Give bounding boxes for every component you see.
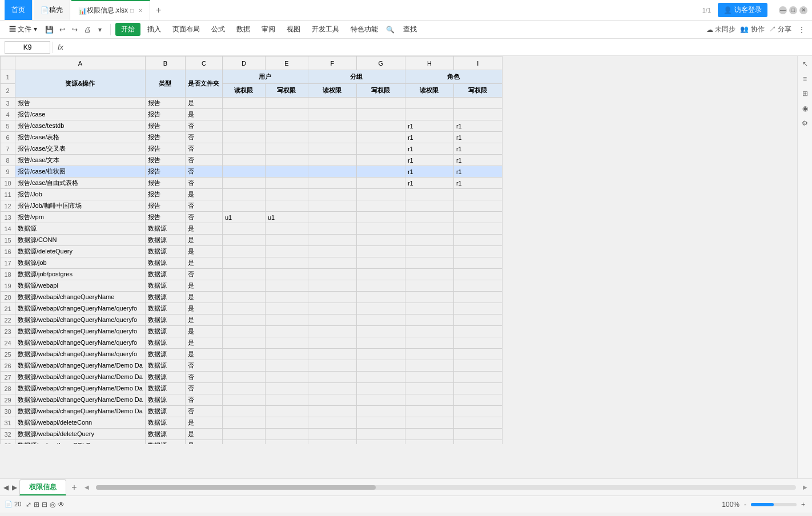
cell-F-22[interactable] <box>308 315 356 326</box>
cell-I-32[interactable] <box>453 429 502 440</box>
cell-H-32[interactable] <box>405 429 453 440</box>
cell-C-5[interactable]: 否 <box>185 120 222 132</box>
more-icon[interactable]: ▾ <box>94 24 106 35</box>
cell-H-7[interactable]: r1 <box>405 143 453 155</box>
cell-B-14[interactable]: 数据源 <box>145 223 185 235</box>
save-icon[interactable]: 💾 <box>44 24 55 35</box>
cell-F-10[interactable] <box>308 178 356 189</box>
cell-B-5[interactable]: 报告 <box>145 120 185 132</box>
cell-E-22[interactable] <box>265 315 308 326</box>
cell-D-31[interactable] <box>222 417 265 429</box>
cell-G-16[interactable] <box>356 246 405 257</box>
add-tab-button[interactable]: + <box>151 5 166 15</box>
cell-C-6[interactable]: 否 <box>185 132 222 143</box>
cell-I-24[interactable] <box>453 337 502 349</box>
cell-D-19[interactable] <box>222 280 265 292</box>
cell-G-28[interactable] <box>356 383 405 394</box>
cell-H-25[interactable] <box>405 349 453 360</box>
cell-I-9[interactable]: r1 <box>453 166 502 178</box>
cell-I-25[interactable] <box>453 349 502 360</box>
cell-C-30[interactable]: 否 <box>185 406 222 417</box>
cell-E-26[interactable] <box>265 360 308 372</box>
cell-B-6[interactable]: 报告 <box>145 132 185 143</box>
cell-I-16[interactable] <box>453 246 502 257</box>
zoom-slider[interactable] <box>751 503 797 506</box>
cell-A-8[interactable]: 报告/case/文本 <box>15 155 146 166</box>
cell-G-17[interactable] <box>356 257 405 269</box>
tab-close-icon[interactable]: ✕ <box>138 7 143 14</box>
cell-D-32[interactable] <box>222 429 265 440</box>
horizontal-scrollbar[interactable] <box>96 485 796 490</box>
review-menu[interactable]: 审阅 <box>257 23 280 36</box>
more-options-icon[interactable]: ⋮ <box>796 24 807 35</box>
cell-A-18[interactable]: 数据源/job/postgres <box>15 269 146 280</box>
cell-I-30[interactable] <box>453 406 502 417</box>
cell-B-9[interactable]: 报告 <box>145 166 185 178</box>
cell-G-27[interactable] <box>356 372 405 383</box>
cell-D-10[interactable] <box>222 178 265 189</box>
cell-B-13[interactable]: 报告 <box>145 212 185 223</box>
cell-A-21[interactable]: 数据源/webapi/changeQueryName/queryfo <box>15 303 146 315</box>
tab-home[interactable]: 首页 <box>5 0 33 20</box>
cell-C-29[interactable]: 否 <box>185 394 222 406</box>
cell-E-25[interactable] <box>265 349 308 360</box>
cell-B-3[interactable]: 报告 <box>145 98 185 109</box>
cell-F-9[interactable] <box>308 166 356 178</box>
cell-D-12[interactable] <box>222 200 265 212</box>
cell-B-32[interactable]: 数据源 <box>145 429 185 440</box>
cell-I-33[interactable] <box>453 440 502 445</box>
cell-G-14[interactable] <box>356 223 405 235</box>
cell-C-12[interactable]: 否 <box>185 200 222 212</box>
cell-C-24[interactable]: 是 <box>185 337 222 349</box>
cell-E-15[interactable] <box>265 235 308 246</box>
formula-menu[interactable]: 公式 <box>207 23 230 36</box>
cell-D-4[interactable] <box>222 109 265 120</box>
cell-D-15[interactable] <box>222 235 265 246</box>
cell-E-28[interactable] <box>265 383 308 394</box>
cell-A-15[interactable]: 数据源/CONN <box>15 235 146 246</box>
cell-E-16[interactable] <box>265 246 308 257</box>
cell-G-21[interactable] <box>356 303 405 315</box>
col-header-F[interactable]: F <box>308 57 356 70</box>
add-sheet-button[interactable]: + <box>67 481 81 494</box>
cell-F-32[interactable] <box>308 429 356 440</box>
cell-F-14[interactable] <box>308 223 356 235</box>
search-icon[interactable]: 🔍 <box>385 24 396 35</box>
cell-H-28[interactable] <box>405 383 453 394</box>
sidebar-tool-3[interactable]: ◉ <box>799 103 811 114</box>
cell-A-27[interactable]: 数据源/webapi/changeQueryName/Demo Da <box>15 372 146 383</box>
cell-B-29[interactable]: 数据源 <box>145 394 185 406</box>
cell-A-24[interactable]: 数据源/webapi/changeQueryName/queryfo <box>15 337 146 349</box>
col-header-C[interactable]: C <box>185 57 222 70</box>
cell-G-18[interactable] <box>356 269 405 280</box>
cell-E-10[interactable] <box>265 178 308 189</box>
cell-E-21[interactable] <box>265 303 308 315</box>
cell-H-27[interactable] <box>405 372 453 383</box>
cell-G-25[interactable] <box>356 349 405 360</box>
cell-I-7[interactable]: r1 <box>453 143 502 155</box>
cell-C-15[interactable]: 是 <box>185 235 222 246</box>
cell-I-13[interactable] <box>453 212 502 223</box>
cell-I-28[interactable] <box>453 383 502 394</box>
cell-A-12[interactable]: 报告/Job/咖啡中国市场 <box>15 200 146 212</box>
cell-D-6[interactable] <box>222 132 265 143</box>
cell-C-10[interactable]: 否 <box>185 178 222 189</box>
cell-C-17[interactable]: 是 <box>185 257 222 269</box>
cell-I-20[interactable] <box>453 292 502 303</box>
cell-H-6[interactable]: r1 <box>405 132 453 143</box>
cell-F-33[interactable] <box>308 440 356 445</box>
cell-B-28[interactable]: 数据源 <box>145 383 185 394</box>
cell-B-27[interactable]: 数据源 <box>145 372 185 383</box>
cell-D-18[interactable] <box>222 269 265 280</box>
minimize-button[interactable]: — <box>779 6 787 14</box>
cell-H-16[interactable] <box>405 246 453 257</box>
sidebar-tool-2[interactable]: ⊞ <box>799 88 811 99</box>
cell-E-32[interactable] <box>265 429 308 440</box>
cell-F-27[interactable] <box>308 372 356 383</box>
cell-F-7[interactable] <box>308 143 356 155</box>
cell-A-31[interactable]: 数据源/webapi/deleteConn <box>15 417 146 429</box>
cell-B-19[interactable]: 数据源 <box>145 280 185 292</box>
cell-B-12[interactable]: 报告 <box>145 200 185 212</box>
sidebar-tool-4[interactable]: ⚙ <box>799 118 811 129</box>
cell-C-31[interactable]: 是 <box>185 417 222 429</box>
